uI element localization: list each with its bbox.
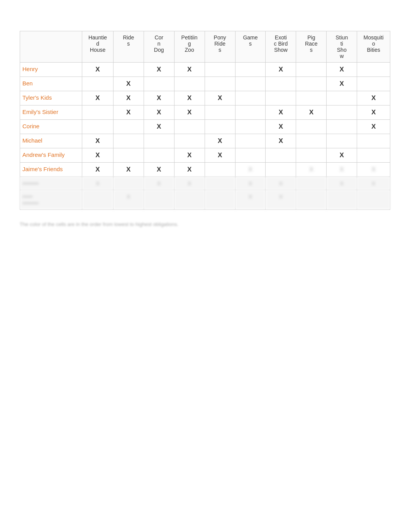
table-cell <box>327 120 357 134</box>
table-cell-blurred: X <box>327 177 357 190</box>
table-cell <box>205 77 235 91</box>
col-header-corn-dog: CornDog <box>144 31 174 63</box>
table-cell: X <box>174 91 205 105</box>
table-cell: X <box>205 148 235 163</box>
row-name: Tyler's Kids <box>20 91 82 105</box>
check-mark: X <box>340 66 344 73</box>
check-mark: X <box>157 166 161 173</box>
table-cell: X <box>296 105 327 120</box>
table-cell-blurred <box>296 177 327 190</box>
table-cell <box>235 105 266 120</box>
table-cell <box>144 77 174 91</box>
table-cell <box>205 120 235 134</box>
row-name: Ben <box>20 77 82 91</box>
table-cell: X <box>82 63 114 77</box>
footnote-text: The color of the cells are in the order … <box>20 221 251 227</box>
table-cell: X <box>327 163 357 177</box>
table-cell <box>113 63 144 77</box>
table-cell: X <box>113 163 144 177</box>
table-cell: X <box>327 77 357 91</box>
main-table-wrapper: HauntiedHouse Rides CornDog PetitiingZoo… <box>20 31 390 227</box>
activity-table: HauntiedHouse Rides CornDog PetitiingZoo… <box>20 31 390 210</box>
col-header-stiunti: StiuntiShow <box>327 31 357 63</box>
table-cell <box>82 120 114 134</box>
table-row-blurred: ••••••••XXXXXXX <box>20 177 390 190</box>
table-row-blurred: •••••••••••••XXX <box>20 190 390 210</box>
table-cell <box>327 105 357 120</box>
check-mark: X <box>95 166 100 173</box>
table-cell: X <box>357 105 390 120</box>
check-mark: X <box>218 137 222 144</box>
table-cell <box>327 91 357 105</box>
table-row: BenXX <box>20 77 390 91</box>
table-cell-blurred <box>357 190 390 210</box>
check-mark: X <box>126 94 130 102</box>
table-cell <box>266 163 296 177</box>
check-mark: X <box>279 137 283 144</box>
table-row: MichaelXXX <box>20 134 390 148</box>
table-cell <box>174 77 205 91</box>
col-header-pig-race: PigRaces <box>296 31 327 63</box>
table-cell <box>266 77 296 91</box>
check-mark: X <box>340 151 344 159</box>
table-cell: X <box>357 120 390 134</box>
table-cell <box>357 134 390 148</box>
table-cell-blurred <box>327 190 357 210</box>
table-cell: X <box>113 105 144 120</box>
check-mark: X <box>126 166 130 173</box>
table-row: Tyler's KidsXXXXXX <box>20 91 390 105</box>
check-mark: X <box>309 109 313 116</box>
col-header-rides: Rides <box>113 31 144 63</box>
table-cell: X <box>174 148 205 163</box>
row-name-blurred: •••••••• <box>20 177 82 190</box>
row-name: Andrew's Family <box>20 148 82 163</box>
row-name-blurred: ••••••••••••• <box>20 190 82 210</box>
blurred-cell: X <box>340 166 344 173</box>
col-header-petitiin: PetitiingZoo <box>174 31 205 63</box>
table-cell: X <box>357 163 390 177</box>
table-cell <box>235 77 266 91</box>
check-mark: X <box>157 94 161 102</box>
blurred-cell: X <box>248 166 252 173</box>
table-cell: X <box>82 134 114 148</box>
table-cell: X <box>357 91 390 105</box>
table-cell-blurred <box>205 177 235 190</box>
table-cell: X <box>82 163 114 177</box>
table-cell <box>235 148 266 163</box>
table-cell: X <box>174 105 205 120</box>
table-cell: X <box>266 105 296 120</box>
check-mark: X <box>371 109 376 116</box>
check-mark: X <box>126 80 130 87</box>
col-header-games: Games <box>235 31 266 63</box>
check-mark: X <box>187 109 191 116</box>
row-name: Jaime's Friends <box>20 163 82 177</box>
table-cell-blurred: X <box>235 190 266 210</box>
check-mark: X <box>95 137 100 144</box>
check-mark: X <box>279 66 283 73</box>
table-cell: X <box>327 148 357 163</box>
check-mark: X <box>157 66 161 73</box>
table-cell: X <box>296 163 327 177</box>
check-mark: X <box>187 66 191 73</box>
table-cell <box>174 134 205 148</box>
table-cell: X <box>113 77 144 91</box>
table-cell <box>296 63 327 77</box>
row-name: Michael <box>20 134 82 148</box>
table-cell-blurred <box>82 190 114 210</box>
table-cell-blurred: X <box>174 177 205 190</box>
check-mark: X <box>95 151 100 159</box>
table-cell <box>235 91 266 105</box>
table-cell: X <box>144 163 174 177</box>
table-row: HenryXXXXX <box>20 63 390 77</box>
col-header-pony-rides: PonyRides <box>205 31 235 63</box>
check-mark: X <box>157 123 161 130</box>
table-cell <box>113 120 144 134</box>
table-cell-blurred: X <box>82 177 114 190</box>
table-cell: X <box>113 91 144 105</box>
table-cell <box>82 105 114 120</box>
table-row: Andrew's FamilyXXXX <box>20 148 390 163</box>
col-header-mosquito: MosquitioBities <box>357 31 390 63</box>
col-header-name <box>20 31 82 63</box>
table-cell: X <box>144 91 174 105</box>
check-mark: X <box>371 123 376 130</box>
